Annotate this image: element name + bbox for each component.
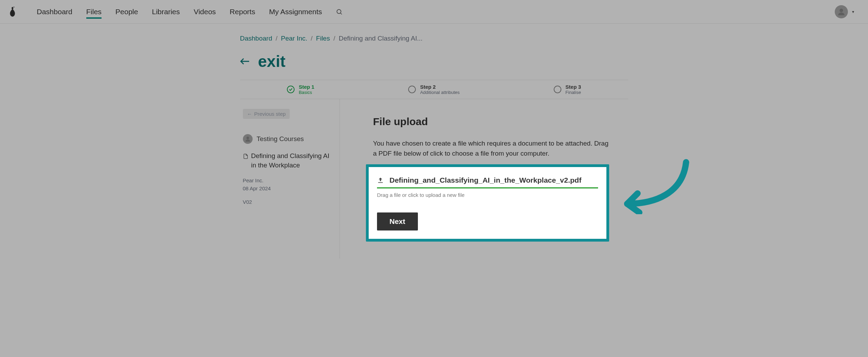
nav-videos[interactable]: Videos [187,0,223,24]
step-sub: Additional attributes [420,90,459,95]
step-3[interactable]: Step 3 Finalise [554,84,581,95]
steps-bar: Step 1 Basics Step 2 Additional attribut… [240,80,628,99]
nav-my-assignments[interactable]: My Assignments [262,0,329,24]
step-1[interactable]: Step 1 Basics [287,84,314,95]
upload-icon [377,177,384,184]
author-name: Testing Courses [257,135,304,143]
file-title: Defining and Classifying AI in the Workp… [251,151,333,170]
user-avatar-icon [835,5,848,18]
step-text: Step 1 Basics [299,84,314,95]
sidebar: ← Previous step Testing Courses Defining… [240,99,340,259]
previous-step-button: ← Previous step [243,109,290,119]
nav-libraries[interactable]: Libraries [145,0,187,24]
upload-progress-bar [377,187,598,189]
step-text: Step 2 Additional attributes [420,84,459,95]
uploaded-filename: Defining_and_Classifying_AI_in_the_Workp… [389,176,581,184]
step-sub: Basics [299,90,314,95]
document-icon [243,153,248,160]
svg-point-4 [246,137,249,139]
step-title: Step 2 [420,84,459,90]
user-menu[interactable]: ▾ [835,5,854,18]
crumb-sep: / [333,35,335,42]
nav-reports[interactable]: Reports [223,0,262,24]
arrow-left-icon: ← [247,111,252,117]
step-title: Step 3 [565,84,581,90]
top-nav: Dashboard Files People Libraries Videos … [0,0,868,24]
file-title-row: Defining and Classifying AI in the Workp… [243,151,333,170]
chevron-down-icon: ▾ [852,9,854,14]
step-circle-icon [554,86,561,93]
step-sub: Finalise [565,90,581,95]
upload-dropzone[interactable]: Defining_and_Classifying_AI_in_the_Workp… [369,167,606,239]
drag-hint: Drag a file or click to upload a new fil… [377,192,598,198]
nav-files[interactable]: Files [79,0,108,24]
svg-line-1 [341,13,342,14]
author-avatar-icon [243,134,253,144]
nav-label: Dashboard [37,8,72,16]
nav-dashboard[interactable]: Dashboard [30,0,79,24]
uploaded-file-row: Defining_and_Classifying_AI_in_the_Workp… [377,176,598,184]
back-arrow-icon [240,58,250,65]
search-icon[interactable] [336,8,343,15]
crumb-sep: / [311,35,313,42]
crumb-org[interactable]: Pear Inc. [281,35,307,42]
prev-step-label: Previous step [254,111,286,117]
nav-people[interactable]: People [108,0,145,24]
step-title: Step 1 [299,84,314,90]
breadcrumb: Dashboard / Pear Inc. / Files / Defining… [240,35,628,42]
crumb-current: Defining and Classifying AI... [339,35,422,42]
step-2[interactable]: Step 2 Additional attributes [408,84,459,95]
next-label: Next [389,217,405,225]
step-circle-icon [408,86,416,93]
nav-label: Videos [194,8,216,16]
crumb-dashboard[interactable]: Dashboard [240,35,272,42]
svg-point-0 [337,9,341,14]
pear-logo-icon [8,6,17,17]
section-description: You have chosen to create a file which r… [373,139,609,158]
svg-point-2 [840,9,843,12]
crumb-files[interactable]: Files [316,35,330,42]
step-text: Step 3 Finalise [565,84,581,95]
nav-left: Dashboard Files People Libraries Videos … [6,0,343,24]
crumb-sep: / [275,35,277,42]
section-title: File upload [373,116,628,128]
exit-label: exit [258,52,286,71]
meta-date: 08 Apr 2024 [243,185,333,191]
nav-label: Libraries [152,8,180,16]
upload-highlight-box: Defining_and_Classifying_AI_in_the_Workp… [366,164,609,242]
nav-label: People [115,8,138,16]
step-done-icon [287,86,295,93]
nav-label: Reports [230,8,255,16]
meta-version: V02 [243,199,333,205]
meta-org: Pear Inc. [243,177,333,183]
nav-label: My Assignments [269,8,322,16]
nav-label: Files [86,8,102,16]
exit-button[interactable]: exit [240,52,628,71]
author-row: Testing Courses [243,134,333,144]
next-button[interactable]: Next [377,212,418,230]
